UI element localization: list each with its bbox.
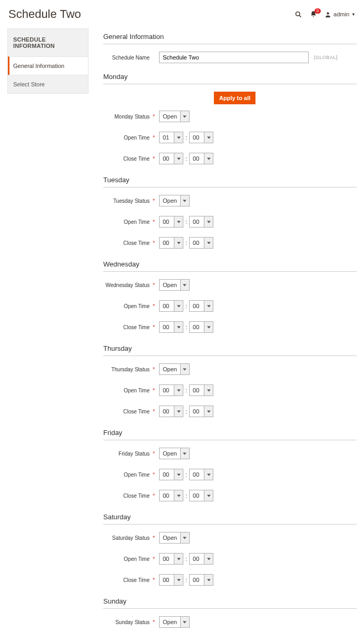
search-icon[interactable] bbox=[294, 11, 302, 18]
thursday-close-min-value[interactable]: 00 bbox=[189, 406, 204, 417]
apply-to-all-button[interactable]: Apply to all bbox=[214, 92, 255, 104]
monday-open-hour-dropdown-icon[interactable] bbox=[174, 132, 183, 143]
friday-open-hour-dropdown-icon[interactable] bbox=[174, 469, 183, 480]
saturday-open-min-dropdown-icon[interactable] bbox=[204, 553, 213, 565]
wednesday-close-hour-value[interactable]: 00 bbox=[159, 321, 174, 333]
friday-open-hour-value[interactable]: 00 bbox=[159, 469, 174, 480]
monday-open-min-value[interactable]: 00 bbox=[189, 132, 204, 143]
wednesday-status-dropdown-icon[interactable] bbox=[180, 279, 190, 291]
monday-close-min-dropdown-icon[interactable] bbox=[204, 153, 213, 164]
notifications-icon[interactable]: 0 bbox=[310, 11, 317, 18]
tuesday-status-value[interactable]: Open bbox=[159, 195, 180, 206]
friday-status-value[interactable]: Open bbox=[159, 448, 180, 459]
required-star: * bbox=[153, 156, 156, 162]
required-star: * bbox=[153, 556, 156, 562]
saturday-status-value[interactable]: Open bbox=[159, 532, 180, 544]
sidebar-item-select-store[interactable]: Select Store bbox=[8, 75, 88, 93]
saturday-status-dropdown-icon[interactable] bbox=[180, 532, 190, 544]
section-heading-wednesday: Wednesday bbox=[103, 260, 357, 272]
friday-status-dropdown-icon[interactable] bbox=[180, 448, 190, 459]
saturday-open-min-value[interactable]: 00 bbox=[189, 553, 204, 565]
tuesday-open-time-label: Open Time bbox=[103, 219, 153, 225]
saturday-open-hour-dropdown-icon[interactable] bbox=[174, 553, 183, 565]
required-star: * bbox=[153, 324, 156, 330]
friday-open-min-dropdown-icon[interactable] bbox=[204, 469, 213, 480]
monday-status-label: Monday Status bbox=[103, 114, 153, 120]
monday-status-value[interactable]: Open bbox=[159, 111, 180, 122]
saturday-open-hour-value[interactable]: 00 bbox=[159, 553, 174, 565]
tuesday-close-min-dropdown-icon[interactable] bbox=[204, 237, 213, 249]
time-separator: : bbox=[185, 492, 187, 499]
friday-open-min-value[interactable]: 00 bbox=[189, 469, 204, 480]
tuesday-open-min-dropdown-icon[interactable] bbox=[204, 216, 213, 228]
wednesday-open-min-value[interactable]: 00 bbox=[189, 300, 204, 312]
wednesday-close-min-dropdown-icon[interactable] bbox=[204, 321, 213, 333]
sidebar-item-general-information[interactable]: General Information bbox=[8, 56, 88, 75]
saturday-close-min-value[interactable]: 00 bbox=[189, 574, 204, 586]
thursday-open-hour-dropdown-icon[interactable] bbox=[174, 384, 183, 396]
friday-close-hour-dropdown-icon[interactable] bbox=[174, 490, 183, 501]
required-star: * bbox=[153, 114, 156, 120]
tuesday-open-hour-dropdown-icon[interactable] bbox=[174, 216, 183, 228]
sunday-status-value[interactable]: Open bbox=[159, 616, 180, 628]
thursday-open-hour-value[interactable]: 00 bbox=[159, 384, 174, 396]
friday-close-min-value[interactable]: 00 bbox=[189, 490, 204, 501]
notification-badge: 0 bbox=[314, 8, 321, 14]
friday-close-min-dropdown-icon[interactable] bbox=[204, 490, 213, 501]
thursday-status-dropdown-icon[interactable] bbox=[180, 363, 190, 375]
tuesday-open-min-value[interactable]: 00 bbox=[189, 216, 204, 228]
tuesday-close-hour-dropdown-icon[interactable] bbox=[174, 237, 183, 249]
saturday-close-hour-value[interactable]: 00 bbox=[159, 574, 174, 586]
monday-close-hour-value[interactable]: 00 bbox=[159, 153, 174, 164]
page-title: Schedule Two bbox=[8, 7, 294, 21]
thursday-status-value[interactable]: Open bbox=[159, 363, 180, 375]
required-star: * bbox=[153, 219, 156, 225]
wednesday-open-min-dropdown-icon[interactable] bbox=[204, 300, 213, 312]
wednesday-status-value[interactable]: Open bbox=[159, 279, 180, 291]
wednesday-close-min-value[interactable]: 00 bbox=[189, 321, 204, 333]
tuesday-status-label: Tuesday Status bbox=[103, 198, 153, 204]
saturday-open-time-label: Open Time bbox=[103, 556, 153, 562]
tuesday-close-hour-value[interactable]: 00 bbox=[159, 237, 174, 249]
required-star: * bbox=[153, 535, 156, 541]
monday-close-hour-dropdown-icon[interactable] bbox=[174, 153, 183, 164]
thursday-open-min-value[interactable]: 00 bbox=[189, 384, 204, 396]
thursday-close-min-dropdown-icon[interactable] bbox=[204, 406, 213, 417]
tuesday-close-time-label: Close Time bbox=[103, 240, 153, 246]
monday-close-min-value[interactable]: 00 bbox=[189, 153, 204, 164]
required-star: * bbox=[153, 493, 156, 499]
wednesday-open-hour-value[interactable]: 00 bbox=[159, 300, 174, 312]
thursday-close-time-label: Close Time bbox=[103, 409, 153, 414]
thursday-close-hour-value[interactable]: 00 bbox=[159, 406, 174, 417]
thursday-open-time-label: Open Time bbox=[103, 388, 153, 393]
tuesday-close-min-value[interactable]: 00 bbox=[189, 237, 204, 249]
sidebar-card: SCHEDULE INFORMATION General Information… bbox=[7, 28, 88, 94]
svg-point-0 bbox=[296, 12, 300, 16]
section-heading-monday: Monday bbox=[103, 73, 357, 84]
admin-account-menu[interactable]: admin ▼ bbox=[324, 11, 356, 18]
tuesday-open-hour-value[interactable]: 00 bbox=[159, 216, 174, 228]
time-separator: : bbox=[185, 471, 187, 478]
required-star: * bbox=[153, 367, 156, 372]
friday-close-time-label: Close Time bbox=[103, 493, 153, 499]
thursday-close-hour-dropdown-icon[interactable] bbox=[174, 406, 183, 417]
friday-close-hour-value[interactable]: 00 bbox=[159, 490, 174, 501]
thursday-open-min-dropdown-icon[interactable] bbox=[204, 384, 213, 396]
wednesday-open-hour-dropdown-icon[interactable] bbox=[174, 300, 183, 312]
monday-status-dropdown-icon[interactable] bbox=[180, 111, 190, 122]
required-star: * bbox=[153, 619, 156, 625]
tuesday-status-dropdown-icon[interactable] bbox=[180, 195, 190, 206]
svg-point-2 bbox=[327, 12, 329, 14]
monday-open-time-label: Open Time bbox=[103, 135, 153, 141]
sidebar-title: SCHEDULE INFORMATION bbox=[8, 29, 88, 56]
sunday-status-dropdown-icon[interactable] bbox=[180, 616, 190, 628]
monday-open-min-dropdown-icon[interactable] bbox=[204, 132, 213, 143]
saturday-close-min-dropdown-icon[interactable] bbox=[204, 574, 213, 586]
monday-open-hour-value[interactable]: 01 bbox=[159, 132, 174, 143]
schedule-name-input[interactable] bbox=[159, 52, 309, 63]
required-star: * bbox=[153, 451, 156, 457]
required-star: * bbox=[153, 240, 156, 246]
saturday-close-hour-dropdown-icon[interactable] bbox=[174, 574, 183, 586]
required-star: * bbox=[153, 303, 156, 309]
wednesday-close-hour-dropdown-icon[interactable] bbox=[174, 321, 183, 333]
